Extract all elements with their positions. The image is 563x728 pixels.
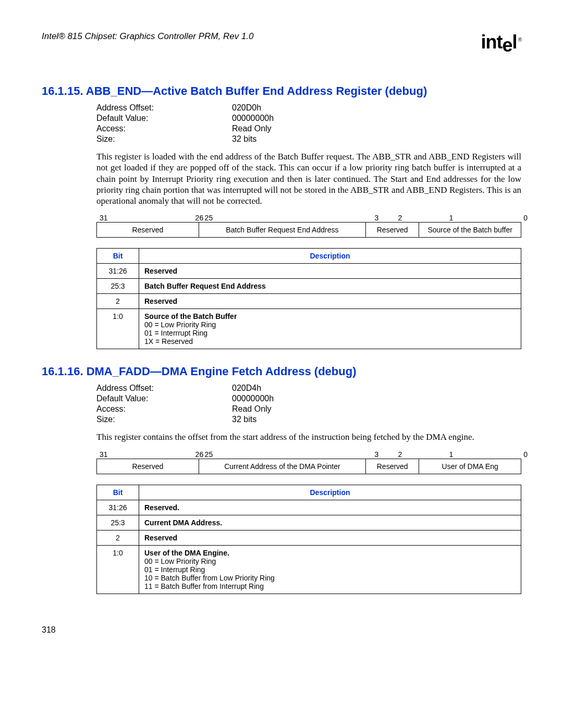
meta-value: 32 bits — [232, 134, 274, 145]
bit-body: 00 = Low Priority Ring 01 = Interrrupt R… — [144, 320, 216, 346]
doc-title: Intel® 815 Chipset: Graphics Controller … — [42, 31, 254, 42]
bitfield-curaddr: Current Address of the DMA Pointer — [199, 459, 365, 474]
bitfield-reserved: Reserved — [366, 459, 419, 474]
register-meta-2: Address Offset:020D4h Default Value:0000… — [96, 384, 274, 425]
bit-title: Reserved — [144, 267, 177, 275]
meta-label: Default Value: — [96, 114, 232, 124]
meta-label: Access: — [96, 124, 232, 134]
table-header-bit: Bit — [97, 249, 139, 264]
section-number: 16.1.15. — [42, 84, 83, 97]
intel-logo: intel® — [481, 31, 521, 53]
table-row: 31:26 Reserved — [97, 264, 521, 279]
bit-body: 00 = Low Priority Ring 01 = Interrupt Ri… — [144, 557, 275, 590]
table-row: 25:3 Batch Buffer Request End Address — [97, 279, 521, 294]
section-title: ABB_END—Active Batch Buffer End Address … — [86, 84, 427, 97]
table-row: 2 Reserved — [97, 294, 521, 309]
meta-value: 32 bits — [232, 415, 274, 425]
bit-range: 31:26 — [97, 500, 139, 515]
bit-number: 0 — [476, 214, 531, 222]
bit-number: 31 — [96, 214, 202, 222]
register-meta-1: Address Offset:020D0h Default Value:0000… — [96, 103, 274, 145]
bit-layout-2: 31 26 25 3 2 1 0 Reserved Current Addres… — [96, 450, 521, 474]
bitfield-bbrea: Batch Buffer Request End Address — [199, 223, 365, 238]
bit-title: Reserved — [144, 297, 177, 305]
bit-title: Current DMA Address. — [144, 519, 222, 527]
bit-number: 31 — [96, 450, 202, 459]
bit-range: 2 — [97, 530, 139, 545]
meta-value: 020D4h — [232, 384, 274, 394]
section-heading-2: 16.1.16. DMA_FADD—DMA Engine Fetch Addre… — [42, 365, 521, 378]
section-paragraph-1: This register is loaded with the end add… — [96, 151, 521, 206]
meta-value: Read Only — [232, 404, 274, 415]
bitfield-source: Source of the Batch buffer — [419, 223, 521, 238]
bit-range: 1:0 — [97, 309, 139, 349]
meta-label: Size: — [96, 134, 232, 145]
bit-number: 1 — [425, 214, 476, 222]
meta-value: 00000000h — [232, 394, 274, 404]
bitfield-reserved: Reserved — [97, 459, 199, 474]
bit-number: 2 — [375, 450, 426, 459]
table-header-description: Description — [139, 249, 521, 264]
meta-label: Default Value: — [96, 394, 232, 404]
table-header-description: Description — [139, 485, 521, 500]
bit-title: Reserved — [144, 534, 177, 542]
bit-number: 25 — [202, 450, 375, 459]
bitfield-reserved: Reserved — [366, 223, 419, 238]
bit-range: 25:3 — [97, 515, 139, 530]
meta-value: 00000000h — [232, 114, 274, 124]
bit-number: 1 — [425, 450, 476, 459]
section-number: 16.1.16. — [42, 365, 83, 378]
section-title: DMA_FADD—DMA Engine Fetch Address (debug… — [87, 365, 357, 378]
meta-value: 020D0h — [232, 103, 274, 114]
bit-range: 25:3 — [97, 279, 139, 294]
bit-title: Reserved. — [144, 503, 179, 512]
bit-range: 31:26 — [97, 264, 139, 279]
meta-label: Access: — [96, 404, 232, 415]
bit-range: 1:0 — [97, 545, 139, 594]
page-number: 318 — [42, 625, 521, 635]
table-row: 2 Reserved — [97, 530, 521, 545]
meta-label: Address Offset: — [96, 103, 232, 114]
description-table-1: Bit Description 31:26 Reserved 25:3 Batc… — [96, 248, 521, 349]
bitfield-reserved: Reserved — [97, 223, 199, 238]
section-paragraph-2: This register contains the offset from t… — [96, 431, 521, 442]
bit-layout-1: 31 26 25 3 2 1 0 Reserved Batch Buffer R… — [96, 214, 521, 238]
table-row: 31:26 Reserved. — [97, 500, 521, 515]
table-row: 1:0 Source of the Batch Buffer 00 = Low … — [97, 309, 521, 349]
table-row: 1:0 User of the DMA Engine. 00 = Low Pri… — [97, 545, 521, 594]
meta-label: Size: — [96, 415, 232, 425]
bit-number: 2 — [375, 214, 426, 222]
table-row: 25:3 Current DMA Address. — [97, 515, 521, 530]
bit-title: Batch Buffer Request End Address — [144, 282, 266, 290]
meta-label: Address Offset: — [96, 384, 232, 394]
bitfield-user: User of DMA Eng — [419, 459, 521, 474]
bit-number: 25 — [202, 214, 375, 222]
table-header-bit: Bit — [97, 485, 139, 500]
bit-number: 0 — [476, 450, 531, 459]
bit-title: User of the DMA Engine. — [144, 549, 229, 557]
bit-title: Source of the Batch Buffer — [144, 312, 237, 320]
section-heading-1: 16.1.15. ABB_END—Active Batch Buffer End… — [42, 84, 521, 98]
bit-range: 2 — [97, 294, 139, 309]
description-table-2: Bit Description 31:26 Reserved. 25:3 Cur… — [96, 485, 521, 594]
page-header: Intel® 815 Chipset: Graphics Controller … — [42, 31, 521, 53]
meta-value: Read Only — [232, 124, 274, 134]
